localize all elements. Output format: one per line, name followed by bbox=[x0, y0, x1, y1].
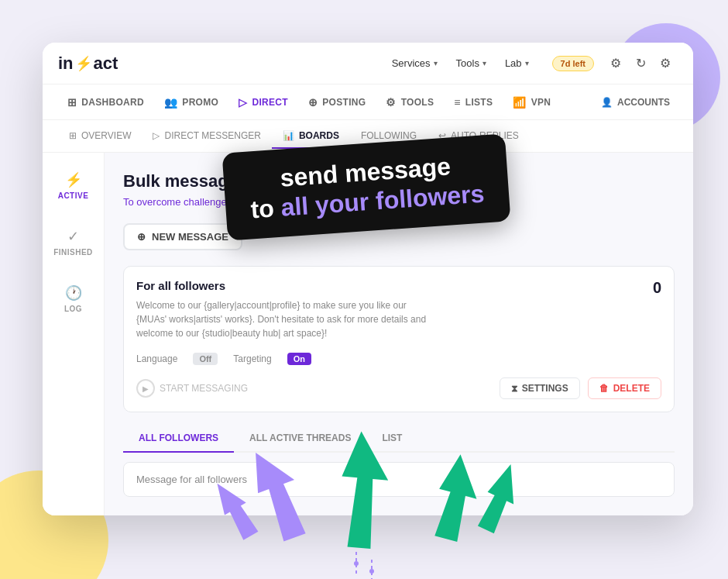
message-preview: Message for all followers bbox=[123, 462, 675, 497]
language-label: Language bbox=[136, 353, 177, 364]
new-message-button[interactable]: ⊕ NEW MESSAGE bbox=[123, 223, 242, 250]
sidebar-item-dashboard[interactable]: ⊞ DASHBOARD bbox=[58, 90, 153, 115]
lists-icon: ≡ bbox=[454, 96, 460, 109]
tools-icon: ⚙ bbox=[386, 96, 396, 109]
sidebar-item-tools[interactable]: ⚙ TOOLS bbox=[376, 90, 443, 115]
boards-icon: 📊 bbox=[283, 130, 294, 141]
accounts-label: ACCOUNTS bbox=[617, 97, 670, 108]
dashboard-label: DASHBOARD bbox=[81, 97, 144, 108]
direct-messenger-label: DIRECT MESSENGER bbox=[164, 130, 260, 141]
tab-direct-messenger[interactable]: ▷ DIRECT MESSENGER bbox=[142, 124, 271, 149]
message-card-text: Welcome to our {gallery|account|profile}… bbox=[136, 298, 431, 340]
direct-label: DIRECT bbox=[252, 97, 287, 108]
card-actions: ▶ START MESSAGING ⧗ SETTINGS 🗑 DELETE bbox=[136, 377, 661, 399]
overview-icon: ⊞ bbox=[69, 130, 77, 141]
play-icon: ▶ bbox=[136, 379, 155, 398]
promo-label: PROMO bbox=[182, 97, 218, 108]
refresh-icon-btn[interactable]: ↻ bbox=[628, 51, 653, 76]
top-nav: in⚡act Services ▾ Tools ▾ Lab ▾ 7d left … bbox=[43, 43, 693, 84]
services-chevron-icon: ▾ bbox=[434, 59, 438, 67]
lab-menu[interactable]: Lab ▾ bbox=[497, 53, 537, 74]
sidebar-finished-item[interactable]: ✓ FINISHED bbox=[49, 222, 98, 263]
start-messaging-button[interactable]: ▶ START MESSAGING bbox=[136, 379, 248, 398]
lab-chevron-icon: ▾ bbox=[525, 59, 529, 67]
sidebar-active-item[interactable]: ⚡ ACTIVE bbox=[49, 165, 98, 206]
plus-circle-icon: ⊕ bbox=[137, 231, 146, 243]
message-card-meta: Language Off Targeting On bbox=[136, 353, 661, 365]
promo-icon: 👥 bbox=[164, 96, 177, 109]
language-toggle[interactable]: Off bbox=[193, 353, 218, 365]
logo[interactable]: in⚡act bbox=[58, 53, 118, 74]
targeting-toggle[interactable]: On bbox=[287, 353, 311, 365]
all-followers-label: ALL FOLLOWERS bbox=[139, 433, 218, 443]
sidebar-item-lists[interactable]: ≡ LISTS bbox=[445, 90, 502, 115]
delete-label: DELETE bbox=[613, 383, 650, 394]
secondary-nav: ⊞ DASHBOARD 👥 PROMO ▷ DIRECT ⊕ POSTING ⚙… bbox=[43, 84, 693, 120]
sidebar-item-promo[interactable]: 👥 PROMO bbox=[155, 90, 228, 115]
new-message-label: NEW MESSAGE bbox=[152, 231, 228, 243]
tab-all-active-threads[interactable]: ALL ACTIVE THREADS bbox=[234, 425, 366, 453]
lab-label: Lab bbox=[505, 57, 522, 69]
services-menu[interactable]: Services ▾ bbox=[384, 53, 445, 74]
overlay-line2: to bbox=[249, 194, 282, 224]
targeting-label: Targeting bbox=[233, 353, 271, 364]
targeting-meta: Targeting bbox=[233, 353, 271, 364]
browser-window: in⚡act Services ▾ Tools ▾ Lab ▾ 7d left … bbox=[43, 43, 693, 515]
svg-point-8 bbox=[369, 569, 374, 574]
overview-label: OVERVIEW bbox=[81, 130, 131, 141]
services-label: Services bbox=[392, 57, 431, 69]
start-messaging-label: START MESSAGING bbox=[160, 383, 248, 394]
direct-icon: ▷ bbox=[239, 96, 247, 109]
nav-links: Services ▾ Tools ▾ Lab ▾ bbox=[384, 53, 537, 74]
finished-icon: ✓ bbox=[67, 228, 79, 245]
tools-label: TOOLS bbox=[401, 97, 434, 108]
sidebar-item-posting[interactable]: ⊕ POSTING bbox=[299, 90, 375, 115]
finished-label: FINISHED bbox=[53, 248, 93, 257]
sidebar-item-direct[interactable]: ▷ DIRECT bbox=[229, 90, 297, 115]
posting-icon: ⊕ bbox=[308, 96, 318, 109]
sidebar-log-item[interactable]: 🕐 LOG bbox=[49, 278, 98, 319]
tab-list[interactable]: LIST bbox=[366, 425, 417, 453]
settings-icon-btn[interactable]: ⚙ bbox=[653, 51, 678, 76]
dashboard-icon: ⊞ bbox=[67, 96, 77, 109]
message-card-title: For all followers bbox=[136, 279, 661, 292]
logo-lightning-icon: ⚡ bbox=[75, 55, 92, 72]
accounts-button[interactable]: 👤 ACCOUNTS bbox=[593, 92, 678, 112]
active-icon: ⚡ bbox=[65, 171, 82, 188]
lists-label: LISTS bbox=[465, 97, 493, 108]
logo-text2: act bbox=[94, 53, 118, 74]
sidebar-item-vpn[interactable]: 📶 VPN bbox=[503, 90, 560, 115]
tools-label: Tools bbox=[456, 57, 479, 69]
direct-messenger-icon: ▷ bbox=[153, 130, 160, 141]
sliders-icon: ⧗ bbox=[511, 383, 517, 394]
following-label: FOLLOWING bbox=[361, 130, 417, 141]
tab-all-followers[interactable]: ALL FOLLOWERS bbox=[123, 425, 234, 453]
trash-icon: 🗑 bbox=[599, 383, 609, 394]
boards-label: BOARDS bbox=[299, 130, 339, 141]
active-label: ACTIVE bbox=[58, 191, 89, 200]
message-card: 0 For all followers Welcome to our {gall… bbox=[123, 266, 675, 412]
vpn-label: VPN bbox=[531, 97, 551, 108]
log-icon: 🕐 bbox=[65, 284, 82, 302]
all-active-threads-label: ALL ACTIVE THREADS bbox=[249, 433, 351, 443]
tools-menu[interactable]: Tools ▾ bbox=[448, 53, 494, 74]
settings-button[interactable]: ⧗ SETTINGS bbox=[500, 377, 580, 399]
accounts-icon: 👤 bbox=[601, 97, 613, 108]
followers-tabs: ALL FOLLOWERS ALL ACTIVE THREADS LIST bbox=[123, 425, 675, 453]
logo-text: in bbox=[58, 53, 74, 74]
delete-button[interactable]: 🗑 DELETE bbox=[588, 377, 661, 399]
list-label: LIST bbox=[382, 433, 402, 443]
overlay-banner-text: send message to all your followers bbox=[248, 150, 486, 226]
posting-label: POSTING bbox=[322, 97, 366, 108]
trial-badge: 7d left bbox=[552, 56, 594, 71]
settings-label: SETTINGS bbox=[522, 383, 568, 394]
tools-chevron-icon: ▾ bbox=[482, 59, 486, 67]
vpn-icon: 📶 bbox=[513, 96, 526, 109]
sent-count: 0 bbox=[653, 279, 661, 297]
tab-overview[interactable]: ⊞ OVERVIEW bbox=[58, 124, 142, 149]
svg-point-7 bbox=[354, 561, 359, 566]
log-label: LOG bbox=[64, 305, 82, 313]
left-sidebar: ⚡ ACTIVE ✓ FINISHED 🕐 LOG bbox=[43, 153, 105, 515]
language-meta: Language bbox=[136, 353, 177, 364]
gear-icon-btn[interactable]: ⚙ bbox=[603, 51, 628, 76]
